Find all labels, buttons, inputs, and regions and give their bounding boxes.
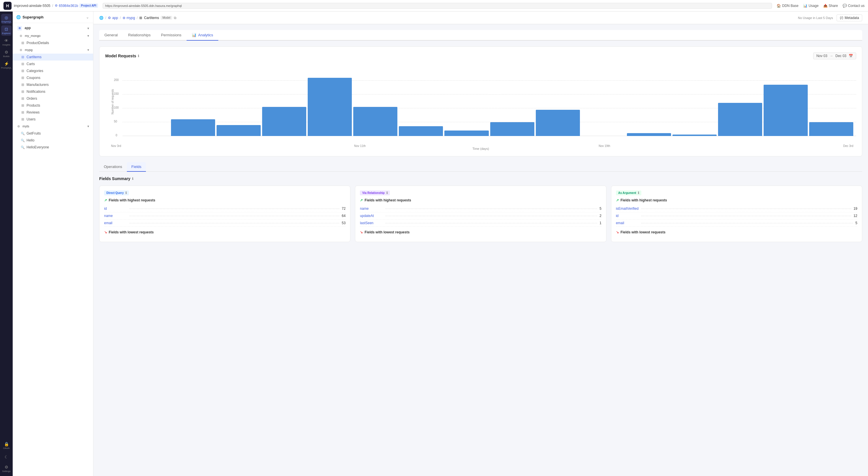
sidebar-item-product-details[interactable]: ProductDetails (13, 39, 93, 46)
date-to: Dec 03 (835, 54, 846, 58)
sidebar-item-hello[interactable]: 🔍 Hello (13, 137, 93, 144)
bar-12 (627, 133, 671, 136)
sidebar-group-mypg[interactable]: ⊛ mypg ▼ (13, 46, 93, 54)
sidebar-item-manufacturers[interactable]: ⊞ Manufacturers (13, 81, 93, 88)
rail-oauth[interactable]: 🔒 OAuth (1, 440, 11, 451)
tab-general-label[interactable]: General (99, 30, 123, 41)
field-name-email[interactable]: email (104, 221, 127, 225)
copy-icon[interactable]: ⧉ (174, 16, 177, 20)
arg-field-id: id 12 (616, 212, 857, 219)
arg-field-count-email: 5 (855, 221, 857, 225)
tab-relationships[interactable]: Relationships (123, 30, 156, 41)
sidebar-item-get-fruits[interactable]: 🔍 GetFruits (13, 130, 93, 137)
arg-field-isemailverified: isEmailVerified 19 (616, 205, 857, 212)
tab-analytics[interactable]: 📊 Analytics (187, 30, 218, 41)
direct-query-info-icon[interactable]: ℹ (125, 191, 127, 195)
usage-link[interactable]: 📊 Usage (803, 4, 819, 8)
sidebar-item-users[interactable]: ⊞ Users (13, 116, 93, 123)
breadcrumb-current: ⊞ CartItems Model ⧉ (139, 16, 176, 20)
rail-explorer[interactable]: ⊡ Explorer (1, 25, 11, 36)
via-field-name-name[interactable]: name (360, 207, 383, 211)
sidebar-item-coupons[interactable]: ⊞ Coupons (13, 74, 93, 81)
content-area: General Relationships Permissions 📊 Anal… (93, 24, 868, 476)
icon-rail: ◎ GraphiQL ⊡ Explorer 👁 Insights ⚙ Build… (0, 11, 13, 476)
date-range-picker[interactable]: Nov 03 → Dec 03 📅 (813, 53, 856, 59)
sidebar-group-my-mongo[interactable]: ⊛ my_mongo ▼ (13, 32, 93, 39)
share-link[interactable]: 📤 Share (823, 4, 838, 8)
via-relationship-info-icon[interactable]: ℹ (386, 191, 388, 195)
rail-builds[interactable]: ⚙ Builds (1, 48, 11, 59)
via-field-count-name: 5 (599, 207, 601, 211)
sidebar-collapse-btn[interactable]: ⌄ (85, 14, 90, 20)
promptql-icon: ⚡ (4, 61, 9, 66)
arg-field-count-id: 12 (854, 214, 857, 218)
sidebar-item-hello-everyone[interactable]: 🔍 HelloEveryone (13, 144, 93, 151)
sidebar-item-products[interactable]: ⊞ Products (13, 102, 93, 109)
url-bar[interactable] (103, 3, 772, 9)
via-field-name-lastseen[interactable]: lastSeen (360, 221, 383, 225)
sidebar-item-carts[interactable]: ⊞ Carts (13, 61, 93, 67)
calendar-icon: 📅 (849, 54, 853, 58)
topbar-actions: 🏠 DDN Base 📊 Usage 📤 Share 💬 Contact us (777, 4, 865, 8)
breadcrumb-app[interactable]: ⚙ app (108, 16, 118, 20)
via-relationship-badge: Via Relationship ℹ (360, 191, 390, 195)
no-usage-label: No Usage in Last 5 Days (798, 16, 833, 20)
fields-summary-info-icon[interactable]: ℹ (132, 177, 133, 181)
sidebar-group-myts[interactable]: ⊛ myts ▼ (13, 123, 93, 130)
db-icon: ⊛ (20, 34, 22, 37)
db-icon-mypg: ⊛ (20, 48, 22, 52)
bar-16 (809, 122, 853, 136)
model-badge: Model (161, 16, 172, 20)
project-name[interactable]: improved-airedale-5505 (14, 4, 51, 8)
date-arrow: → (830, 54, 833, 58)
orders-table-icon: ⊞ (21, 97, 25, 101)
arg-field-name-isemailverified[interactable]: isEmailVerified (616, 207, 639, 211)
arg-field-name-id[interactable]: id (616, 214, 639, 218)
via-trend-up-icon: ↗ (360, 198, 363, 202)
contact-us-link[interactable]: 💬 Contact us (843, 4, 865, 8)
rail-insights[interactable]: 👁 Insights (1, 37, 11, 47)
field-dots (129, 209, 339, 209)
sidebar-item-orders[interactable]: ⊞ Orders (13, 95, 93, 102)
sidebar-app-group: ⚙ app ▼ ⊛ my_mongo ▼ ProductDetails (13, 23, 93, 152)
arg-field-name-email[interactable]: email (616, 221, 639, 225)
sub-tab-operations[interactable]: Operations (99, 162, 127, 172)
sub-tab-fields[interactable]: Fields (127, 162, 146, 172)
builds-icon: ⚙ (5, 50, 8, 55)
field-count-id: 72 (342, 207, 345, 211)
sidebar-group-app[interactable]: ⚙ app ▼ (13, 24, 93, 32)
myts-icon: ⊛ (17, 125, 20, 128)
app-icon: ⚙ (17, 26, 22, 31)
metadata-button[interactable]: ⟨/⟩ Metadata (837, 14, 862, 21)
rail-promptql[interactable]: ⚡ PromptQL (1, 60, 11, 70)
y-axis-label: Number of requests (111, 100, 114, 114)
separator: / (52, 4, 53, 8)
via-relationship-card: Via Relationship ℹ ↗ Fields with highest… (355, 185, 606, 242)
arg-field-dots-2 (641, 216, 851, 216)
sidebar-item-reviews[interactable]: ⊞ Reviews (13, 109, 93, 116)
field-dots-3 (129, 223, 339, 223)
as-argument-info-icon[interactable]: ℹ (638, 191, 639, 195)
sidebar-item-notifications[interactable]: ⊞ Notifications (13, 88, 93, 95)
breadcrumb-mypg[interactable]: ⊛ mypg (123, 16, 135, 20)
breadcrumb: 🌐 / ⚙ app / ⊛ mypg / ⊞ CartItems Model ⧉ (99, 16, 177, 20)
myts-chevron-icon: ▼ (87, 125, 90, 128)
chevron-down-icon: ▼ (87, 27, 90, 30)
rail-graphiql[interactable]: ◎ GraphiQL (1, 14, 11, 24)
model-requests-info-icon[interactable]: ℹ (138, 54, 139, 58)
ddn-base-link[interactable]: 🏠 DDN Base (777, 4, 799, 8)
rail-settings[interactable]: ⚙ Settings (1, 463, 11, 474)
project-id[interactable]: 65984e361b (59, 4, 78, 8)
rail-theme[interactable]: ☾ (1, 452, 11, 462)
sidebar-item-cart-items[interactable]: ⊞ CartItems (13, 54, 93, 61)
fields-grid: Direct Query ℹ ↗ Fields with highest req… (99, 185, 862, 242)
bar-7 (399, 126, 443, 136)
field-name-id[interactable]: id (104, 207, 127, 211)
via-field-name-updateat[interactable]: updateAt (360, 214, 383, 218)
tab-permissions[interactable]: Permissions (156, 30, 187, 41)
carts-table-icon: ⊞ (21, 62, 25, 66)
bar-15 (764, 85, 808, 136)
sidebar-item-categories[interactable]: ⊞ Categories (13, 67, 93, 74)
field-name-name[interactable]: name (104, 214, 127, 218)
field-count-name: 64 (342, 214, 345, 218)
